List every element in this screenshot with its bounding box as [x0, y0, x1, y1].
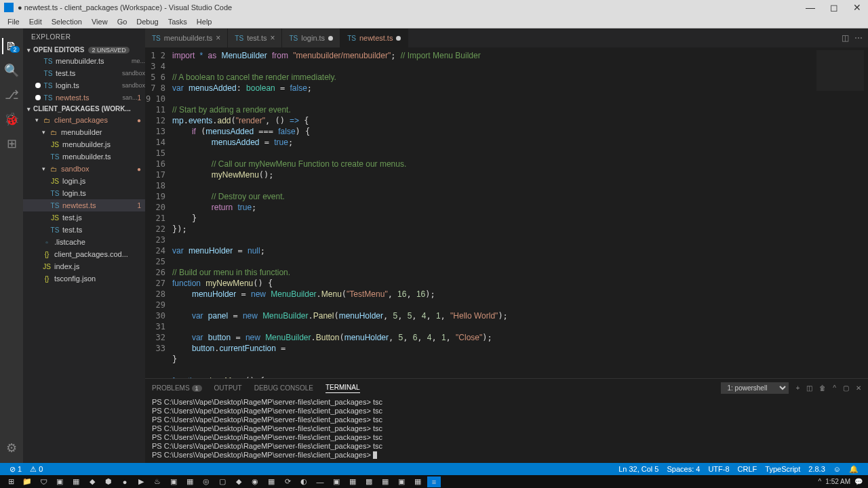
menu-edit[interactable]: Edit [24, 16, 47, 27]
sidebar-title: EXPLORER [23, 28, 145, 45]
folder-item[interactable]: ▾🗀sandbox● [23, 163, 145, 175]
menu-file[interactable]: File [3, 16, 24, 27]
taskbar-app[interactable]: ▣ [330, 476, 343, 487]
activity-settings-icon[interactable]: ⚙ [3, 440, 20, 456]
terminal-close-icon[interactable]: ✕ [856, 384, 861, 392]
editor-tab[interactable]: TSnewtest.ts [340, 28, 408, 47]
activity-search-icon[interactable]: 🔍 [3, 62, 20, 79]
minimap[interactable] [814, 47, 868, 378]
terminal-kill-icon[interactable]: 🗑 [819, 384, 826, 392]
open-editors-header[interactable]: ▾ Open Editors 2 UNSAVED [23, 45, 145, 55]
taskbar-app[interactable]: ▦ [378, 476, 392, 487]
window-minimize-button[interactable]: — [803, 2, 818, 13]
taskbar-app[interactable]: ▦ [69, 476, 83, 487]
folder-item[interactable]: ▾🗀menubuilder [23, 126, 145, 138]
open-editor-item[interactable]: TSnewtest.tssan...1 [23, 92, 145, 104]
taskbar-app[interactable]: ▩ [362, 476, 376, 487]
file-item[interactable]: TSlogin.ts [23, 187, 145, 199]
file-item[interactable]: JSindex.js [23, 260, 145, 272]
file-item[interactable]: {}tsconfig.json [23, 272, 145, 285]
tray-chevron-icon[interactable]: ^ [818, 478, 822, 485]
file-item[interactable]: TStest.ts [23, 224, 145, 236]
editor-tab[interactable]: TSlogin.ts [282, 28, 340, 47]
editor-body[interactable]: 1 2 3 4 5 6 7 8 9 10 11 12 13 14 15 16 1… [145, 47, 868, 378]
window-maximize-button[interactable]: ◻ [827, 2, 841, 13]
taskbar-app[interactable]: ◐ [297, 476, 311, 487]
status-encoding[interactable]: UTF-8 [704, 465, 733, 474]
taskbar-app[interactable]: ◉ [248, 476, 262, 487]
window-title: ● newtest.ts - client_packages (Workspac… [18, 3, 232, 12]
panel-tab-output[interactable]: OUTPUT [214, 383, 242, 393]
taskbar-app[interactable]: 🛡 [37, 476, 50, 487]
activity-explorer-icon[interactable]: 🗎2 [2, 38, 18, 54]
menu-tasks[interactable]: Tasks [163, 16, 192, 27]
menu-debug[interactable]: Debug [132, 16, 163, 27]
terminal-up-icon[interactable]: ^ [833, 384, 836, 392]
status-ts-version[interactable]: 2.8.3 [804, 465, 829, 474]
taskbar-app[interactable]: — [313, 476, 327, 487]
more-actions-icon[interactable]: ⋯ [854, 33, 863, 43]
file-item[interactable]: ▫.listcache [23, 236, 145, 248]
file-item[interactable]: TSmenubuilder.ts [23, 150, 145, 163]
file-item[interactable]: TSnewtest.ts1 [23, 199, 145, 211]
terminal-select[interactable]: 1: powershell [721, 382, 789, 394]
taskbar-app[interactable]: ▦ [264, 476, 278, 487]
taskbar-app[interactable]: ⬢ [102, 476, 115, 487]
status-warnings[interactable]: ⚠ 0 [26, 465, 47, 474]
status-indent[interactable]: Spaces: 4 [663, 465, 705, 474]
taskbar-app[interactable]: ◎ [199, 476, 213, 487]
file-item[interactable]: JSmenubuilder.js [23, 138, 145, 150]
activity-debug-icon[interactable]: 🐞 [3, 111, 20, 127]
file-item[interactable]: {}client_packages.cod... [23, 248, 145, 260]
menu-selection[interactable]: Selection [47, 16, 87, 27]
taskbar-app[interactable]: ▦ [411, 476, 425, 487]
file-item[interactable]: JStest.js [23, 211, 145, 224]
taskbar-app[interactable]: ▦ [183, 476, 197, 487]
menu-help[interactable]: Help [192, 16, 217, 27]
taskbar-app[interactable]: ▦ [346, 476, 359, 487]
status-eol[interactable]: CRLF [734, 465, 762, 474]
editor-tab[interactable]: TStest.ts× [228, 28, 282, 47]
taskbar-app[interactable]: 📁 [20, 476, 34, 487]
split-editor-icon[interactable]: ◫ [842, 33, 849, 43]
start-button[interactable]: ⊞ [4, 476, 18, 487]
taskbar-app[interactable]: ● [118, 476, 132, 487]
tray-notifications-icon[interactable]: 💬 [854, 478, 863, 485]
open-editor-item[interactable]: TSmenubuilder.tsme... [23, 55, 145, 67]
panel-tab-problems[interactable]: PROBLEMS1 [152, 383, 202, 393]
file-item[interactable]: JSlogin.js [23, 175, 145, 187]
activity-git-icon[interactable]: ⎇ [3, 87, 20, 103]
taskbar-app[interactable]: ⟳ [281, 476, 294, 487]
taskbar-app[interactable]: ▣ [395, 476, 408, 487]
taskbar-app[interactable]: ▶ [134, 476, 148, 487]
menu-go[interactable]: Go [113, 16, 132, 27]
status-feedback-icon[interactable]: ☺ [829, 465, 845, 474]
panel-tab-debug[interactable]: DEBUG CONSOLE [254, 383, 313, 393]
window-close-button[interactable]: ✕ [850, 2, 864, 13]
taskbar-app[interactable]: ◆ [232, 476, 245, 487]
menu-view[interactable]: View [87, 16, 113, 27]
activity-extensions-icon[interactable]: ⊞ [3, 136, 20, 152]
status-line-col[interactable]: Ln 32, Col 5 [614, 465, 663, 474]
open-editor-item[interactable]: TStest.tssandbox [23, 67, 145, 79]
folder-item[interactable]: ▾🗀client_packages● [23, 114, 145, 126]
terminal-new-icon[interactable]: + [795, 384, 800, 392]
terminal-maximize-icon[interactable]: ▢ [843, 384, 849, 392]
taskbar-app[interactable]: ▣ [167, 476, 180, 487]
panel-tab-terminal[interactable]: TERMINAL [326, 382, 360, 393]
taskbar-app[interactable]: ◆ [85, 476, 99, 487]
taskbar-app[interactable]: ≡ [427, 476, 441, 487]
status-language[interactable]: TypeScript [761, 465, 804, 474]
code-area[interactable]: import * as MenuBuilder from "menubuilde… [172, 47, 814, 378]
editor-tab[interactable]: TSmenubuilder.ts× [145, 28, 228, 47]
terminal-split-icon[interactable]: ◫ [806, 384, 812, 392]
workspace-header[interactable]: ▾ CLIENT_PACKAGES (WORK... [23, 104, 145, 114]
taskbar-app[interactable]: ▢ [216, 476, 229, 487]
terminal-output[interactable]: PS C:\Users\Vape\Desktop\RageMP\server-f… [145, 396, 868, 463]
taskbar-app[interactable]: ♨ [151, 476, 164, 487]
tray-time[interactable]: 1:52 AM [825, 478, 850, 485]
status-bell-icon[interactable]: 🔔 [845, 465, 863, 474]
taskbar-app[interactable]: ▣ [53, 476, 66, 487]
open-editor-item[interactable]: TSlogin.tssandbox [23, 79, 145, 92]
status-errors[interactable]: ⊘ 1 [5, 465, 26, 474]
